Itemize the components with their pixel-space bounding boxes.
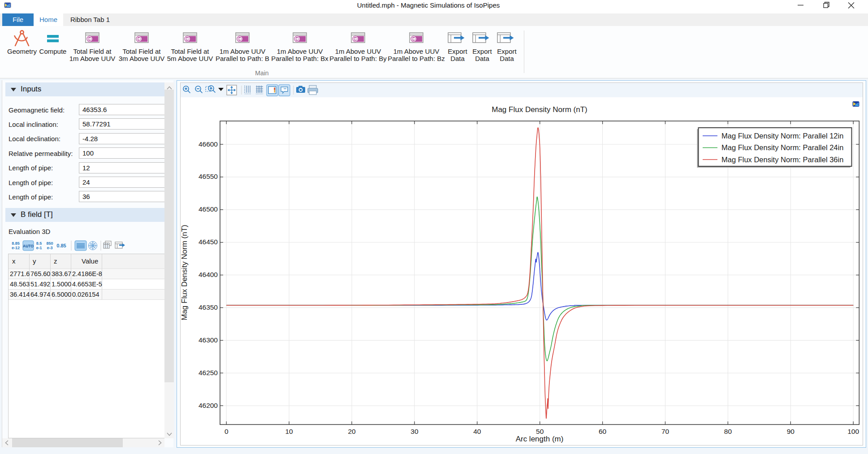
svg-text:46600: 46600 xyxy=(199,140,218,148)
svg-text:46350: 46350 xyxy=(199,303,218,311)
svg-text:1.5000: 1.5000 xyxy=(52,281,71,288)
svg-text:30: 30 xyxy=(410,428,419,435)
svg-text:z: z xyxy=(54,257,57,265)
svg-text:6.5000: 6.5000 xyxy=(52,291,71,298)
svg-text:100: 100 xyxy=(847,428,859,435)
svg-text:0: 0 xyxy=(225,428,229,435)
svg-text:80: 80 xyxy=(724,428,732,435)
svg-text:8.5: 8.5 xyxy=(36,241,42,246)
svg-text:46300: 46300 xyxy=(199,336,218,344)
svg-text:46550: 46550 xyxy=(199,173,218,180)
svg-text:0.85: 0.85 xyxy=(56,243,66,248)
svg-text:46400: 46400 xyxy=(199,271,218,278)
svg-text:e-1: e-1 xyxy=(36,246,42,250)
svg-text:46450: 46450 xyxy=(199,238,218,246)
svg-text:e-12: e-12 xyxy=(12,246,20,250)
svg-text:Mag Flux Density Norm: Paralle: Mag Flux Density Norm: Parallel 24in xyxy=(721,143,843,151)
svg-text:2771.6: 2771.6 xyxy=(10,270,30,277)
svg-text:51.492: 51.492 xyxy=(30,281,50,288)
svg-text:850: 850 xyxy=(46,241,53,246)
svg-text:20: 20 xyxy=(348,428,356,435)
svg-text:4.6653E-5: 4.6653E-5 xyxy=(72,281,102,288)
svg-text:2.4186E-8: 2.4186E-8 xyxy=(72,270,102,277)
svg-text:10: 10 xyxy=(285,428,293,435)
svg-text:e-3: e-3 xyxy=(47,246,52,250)
svg-text:Mag Flux Density Norm: Paralle: Mag Flux Density Norm: Parallel 12in xyxy=(721,132,843,140)
svg-text:60: 60 xyxy=(599,428,607,435)
svg-text:8.85: 8.85 xyxy=(12,241,20,246)
svg-text:Arc length (m): Arc length (m) xyxy=(516,435,564,443)
svg-text:70: 70 xyxy=(661,428,669,435)
svg-text:Mag Flux Density Norm: Paralle: Mag Flux Density Norm: Parallel 36in xyxy=(721,156,843,164)
svg-text:AUTO: AUTO xyxy=(23,244,34,248)
svg-text:Value: Value xyxy=(82,257,98,265)
svg-text:Mag Flux Density Norm (nT): Mag Flux Density Norm (nT) xyxy=(180,225,189,320)
svg-text:46500: 46500 xyxy=(199,205,218,213)
svg-text:Mag Flux Density Norm (nT): Mag Flux Density Norm (nT) xyxy=(492,105,587,114)
svg-text:90: 90 xyxy=(787,428,795,435)
svg-text:48.563: 48.563 xyxy=(10,281,30,288)
svg-text:64.974: 64.974 xyxy=(30,291,50,298)
svg-text:46200: 46200 xyxy=(199,402,218,409)
svg-text:0.026154: 0.026154 xyxy=(72,291,99,298)
svg-text:40: 40 xyxy=(473,428,481,435)
svg-text:46250: 46250 xyxy=(199,369,218,376)
svg-text:50: 50 xyxy=(536,428,544,435)
svg-text:y: y xyxy=(33,257,36,265)
svg-text:x: x xyxy=(12,257,16,265)
svg-text:383.67: 383.67 xyxy=(52,270,71,277)
svg-text:765.60: 765.60 xyxy=(30,270,50,277)
svg-text:36.414: 36.414 xyxy=(10,291,30,298)
